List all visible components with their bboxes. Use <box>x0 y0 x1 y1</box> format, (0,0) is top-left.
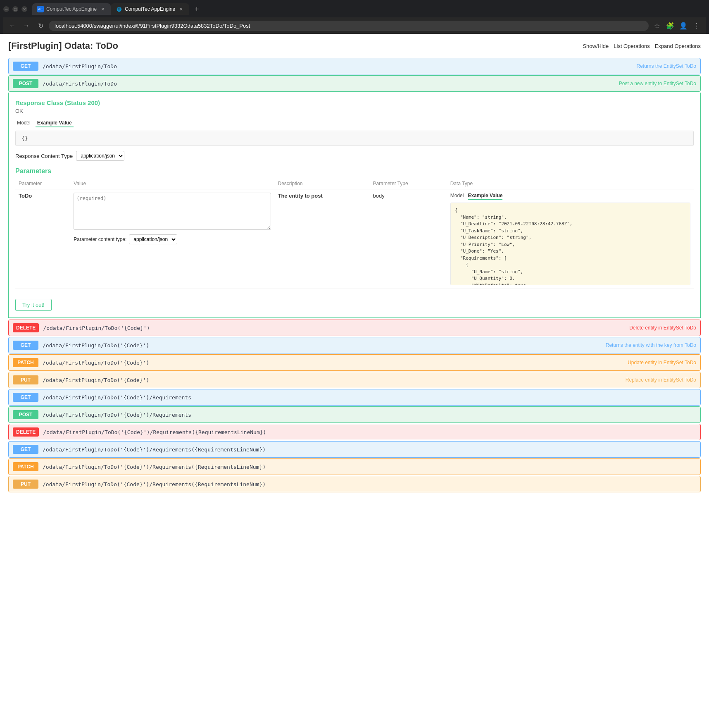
expand-operations-link[interactable]: Expand Operations <box>655 43 701 49</box>
browser-titlebar: ─ □ ✕ AE ComputTec AppEngine ✕ 🌐 ComputT… <box>3 3 706 15</box>
col-parameter: Parameter <box>15 178 70 189</box>
reload-button[interactable]: ↻ <box>35 20 46 31</box>
param-content-type-select[interactable]: application/json <box>129 234 177 244</box>
operation-row-patch-8[interactable]: PATCH /odata/FirstPlugin/ToDo('{Code}')/… <box>8 458 701 475</box>
op-desc-0: Delete entity in EntitySet ToDo <box>629 325 696 331</box>
op-path-0: /odata/FirstPlugin/ToDo('{Code}') <box>43 325 629 331</box>
method-badge-4: GET <box>13 393 38 402</box>
op-path-post-todo: /odata/FirstPlugin/ToDo <box>43 81 619 87</box>
swagger-header: [FirstPlugin] Odata: ToDo Show/Hide List… <box>8 41 701 51</box>
maximize-button[interactable]: □ <box>12 6 18 12</box>
op-description-post-todo: Post a new entity to EntitySet ToDo <box>619 81 696 86</box>
operation-row-patch-2[interactable]: PATCH /odata/FirstPlugin/ToDo('{Code}') … <box>8 354 701 371</box>
bookmark-icon[interactable]: ☆ <box>651 20 663 31</box>
expanded-post-section: Response Class (Status 200) OK Model Exa… <box>8 93 701 318</box>
window-controls: ─ □ ✕ <box>3 6 27 12</box>
browser-toolbar: ← → ↻ ☆ 🧩 👤 ⋮ <box>3 17 706 34</box>
col-data-type: Data Type <box>447 178 694 189</box>
param-type: body <box>373 193 385 199</box>
response-class-title: Response Class (Status 200) <box>15 99 694 106</box>
op-path-3: /odata/FirstPlugin/ToDo('{Code}') <box>43 377 626 383</box>
op-path-9: /odata/FirstPlugin/ToDo('{Code}')/Requir… <box>43 481 696 487</box>
tab-favicon-2: 🌐 <box>116 6 122 12</box>
model-tabs: Model Example Value <box>15 119 694 127</box>
operation-row-post-5[interactable]: POST /odata/FirstPlugin/ToDo('{Code}')/R… <box>8 406 701 423</box>
op-desc-3: Replace entity in EntitySet ToDo <box>626 377 696 383</box>
minimize-button[interactable]: ─ <box>3 6 9 12</box>
param-name: ToDo <box>19 193 32 199</box>
toolbar-icons: ☆ 🧩 👤 ⋮ <box>651 20 702 31</box>
op-desc-1: Returns the entity with the key from ToD… <box>606 342 696 348</box>
parameters-title: Parameters <box>15 167 694 175</box>
response-code-block: {} <box>15 131 694 146</box>
operation-row-post-todo[interactable]: POST /odata/FirstPlugin/ToDo Post a new … <box>8 75 701 92</box>
swagger-container: [FirstPlugin] Odata: ToDo Show/Hide List… <box>0 34 709 500</box>
json-example-block: { "Name": "string", "U_Deadline": "2021-… <box>450 203 690 285</box>
tab-label-2: ComputTec AppEngine <box>125 6 175 12</box>
browser-chrome: ─ □ ✕ AE ComputTec AppEngine ✕ 🌐 ComputT… <box>0 0 709 34</box>
tab-favicon-1: AE <box>37 6 44 12</box>
menu-icon[interactable]: ⋮ <box>691 20 702 31</box>
example-value-tab[interactable]: Example Value <box>36 119 74 127</box>
forward-button[interactable]: → <box>21 20 32 31</box>
operation-row-get-1[interactable]: GET /odata/FirstPlugin/ToDo('{Code}') Re… <box>8 337 701 353</box>
swagger-actions: Show/Hide List Operations Expand Operati… <box>583 43 701 49</box>
response-ok: OK <box>15 108 694 114</box>
page-title: [FirstPlugin] Odata: ToDo <box>8 41 118 51</box>
op-path-5: /odata/FirstPlugin/ToDo('{Code}')/Requir… <box>43 412 696 418</box>
browser-tab-2[interactable]: 🌐 ComputTec AppEngine ✕ <box>111 3 189 15</box>
method-badge-get: GET <box>13 62 38 71</box>
method-badge-6: DELETE <box>13 427 39 437</box>
op-path-6: /odata/FirstPlugin/ToDo('{Code}')/Requir… <box>43 429 696 435</box>
param-description: The entity to post <box>278 193 322 199</box>
try-it-out-button[interactable]: Try it out! <box>15 299 52 311</box>
dt-model-tab[interactable]: Model <box>450 193 464 200</box>
browser-tab-1[interactable]: AE ComputTec AppEngine ✕ <box>32 3 111 15</box>
param-value-textarea[interactable] <box>74 193 271 230</box>
param-content-type-label: Parameter content type: <box>74 236 126 242</box>
operation-row-put-9[interactable]: PUT /odata/FirstPlugin/ToDo('{Code}')/Re… <box>8 476 701 492</box>
op-path-8: /odata/FirstPlugin/ToDo('{Code}')/Requir… <box>43 464 696 470</box>
response-content-type-label: Response Content Type <box>15 153 73 159</box>
more-operations: DELETE /odata/FirstPlugin/ToDo('{Code}')… <box>8 320 701 492</box>
operation-row-get-todo[interactable]: GET /odata/FirstPlugin/ToDo Returns the … <box>8 58 701 74</box>
tab-close-2[interactable]: ✕ <box>178 6 184 12</box>
op-path-4: /odata/FirstPlugin/ToDo('{Code}')/Requir… <box>43 394 696 401</box>
method-badge-2: PATCH <box>13 358 38 367</box>
op-path-get-todo: /odata/FirstPlugin/ToDo <box>43 63 636 69</box>
method-badge-1: GET <box>13 341 38 350</box>
op-path-1: /odata/FirstPlugin/ToDo('{Code}') <box>43 342 606 348</box>
operation-row-delete-6[interactable]: DELETE /odata/FirstPlugin/ToDo('{Code}')… <box>8 424 701 440</box>
tab-close-1[interactable]: ✕ <box>99 6 106 12</box>
back-button[interactable]: ← <box>7 20 18 31</box>
operation-row-get-7[interactable]: GET /odata/FirstPlugin/ToDo('{Code}')/Re… <box>8 441 701 458</box>
page-content: [FirstPlugin] Odata: ToDo Show/Hide List… <box>0 34 709 728</box>
dt-example-tab[interactable]: Example Value <box>468 193 502 200</box>
operation-row-delete-0[interactable]: DELETE /odata/FirstPlugin/ToDo('{Code}')… <box>8 320 701 336</box>
method-badge-8: PATCH <box>13 462 38 471</box>
operation-row-put-3[interactable]: PUT /odata/FirstPlugin/ToDo('{Code}') Re… <box>8 372 701 388</box>
response-content-type-select[interactable]: application/json <box>76 151 124 161</box>
method-badge-7: GET <box>13 445 38 454</box>
table-row-todo-param: ToDo Parameter content type: application… <box>15 189 694 289</box>
browser-tabs: AE ComputTec AppEngine ✕ 🌐 ComputTec App… <box>32 3 706 15</box>
list-operations-link[interactable]: List Operations <box>614 43 650 49</box>
data-type-section: Model Example Value { "Name": "string", … <box>450 193 690 285</box>
operation-row-get-4[interactable]: GET /odata/FirstPlugin/ToDo('{Code}')/Re… <box>8 389 701 406</box>
col-value: Value <box>70 178 274 189</box>
profile-icon[interactable]: 👤 <box>678 20 689 31</box>
dt-tabs: Model Example Value <box>450 193 690 200</box>
extension-icon[interactable]: 🧩 <box>664 20 676 31</box>
tab-label-1: ComputTec AppEngine <box>46 6 97 12</box>
col-parameter-type: Parameter Type <box>370 178 447 189</box>
new-tab-button[interactable]: + <box>191 3 202 15</box>
show-hide-link[interactable]: Show/Hide <box>583 43 609 49</box>
parameters-table: Parameter Value Description Parameter Ty… <box>15 178 694 289</box>
param-content-type-row: Parameter content type: application/json <box>74 234 271 244</box>
method-badge-post: POST <box>13 79 38 88</box>
method-badge-5: POST <box>13 410 38 419</box>
op-path-2: /odata/FirstPlugin/ToDo('{Code}') <box>43 360 628 366</box>
close-button[interactable]: ✕ <box>21 6 27 12</box>
address-bar[interactable] <box>49 21 649 31</box>
model-tab[interactable]: Model <box>15 119 32 127</box>
